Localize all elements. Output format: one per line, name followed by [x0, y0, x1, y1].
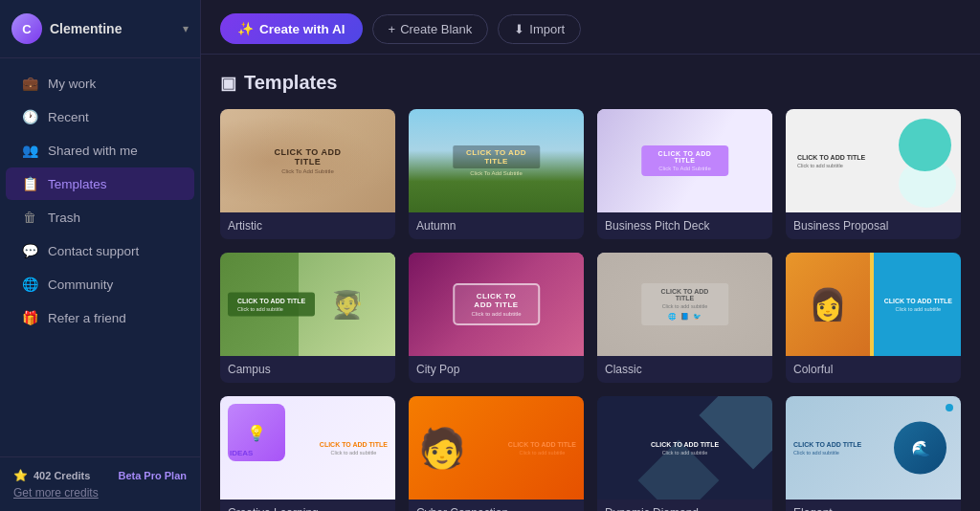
template-thumb-campus: 🧑‍🎓 CLICK TO ADD TITLE Click to add subt… [220, 253, 395, 356]
sidebar-item-community[interactable]: 🌐 Community [6, 268, 194, 300]
template-card-creative-learning[interactable]: 💡 IDEAS CLICK TO ADD TITLE Click to add … [220, 396, 395, 511]
sidebar-item-label: My work [48, 77, 96, 91]
ideas-text: IDEAS [230, 449, 253, 457]
creative-title-box: CLICK TO ADD TITLE Click to add subtitle [320, 441, 388, 455]
template-thumb-autumn: CLICK TO ADD TITLE Click to add subtitle [409, 109, 584, 212]
dynamic-title-box: CLICK TO ADD TITLE Click to add subtitle [651, 441, 719, 455]
template-title-text: CLICK TO ADD TITLE [320, 441, 388, 448]
classic-title-box: CLICK TO ADD TITLE Click to add subtitle… [641, 283, 729, 325]
template-subtitle-text: Click to add subtitle [470, 311, 523, 317]
template-thumb-cyber-connection: 🧑 CLICK TO ADD TITLE Click to add subtit… [409, 396, 584, 500]
template-thumb-colorful: 👩 CLICK TO ADD TITLE Click to add subtit… [786, 253, 961, 356]
template-card-classic[interactable]: CLICK TO ADD TITLE Click to add subtitle… [597, 253, 772, 383]
template-card-artistic[interactable]: CLICK TO ADD TITLE Click to add subtitle… [220, 109, 395, 239]
import-button[interactable]: ⬇ Import [498, 14, 581, 44]
campus-title-box: CLICK TO ADD TITLE Click to add subtitle [228, 293, 315, 317]
sidebar-item-my-work[interactable]: 💼 My work [6, 67, 194, 100]
template-label: Business Proposal [786, 212, 961, 239]
template-thumb-city-pop: CLICK TO ADD TITLE Click to add subtitle [409, 253, 584, 356]
main-content: ✨ Create with AI + Create Blank ⬇ Import… [201, 0, 980, 511]
template-subtitle-text: Click to add subtitle [653, 303, 718, 309]
title-pill: CLICK TO ADD TITLE Click to add subtitle [641, 145, 729, 176]
template-title-text: CLICK TO ADD TITLE [453, 145, 541, 168]
template-thumb-classic: CLICK TO ADD TITLE Click to add subtitle… [597, 253, 772, 356]
username-label: Clementine [50, 21, 122, 36]
template-label: Cyber Connection [409, 500, 584, 511]
template-thumb-business-proposal: CLICK TO ADD TITLE Click to add subtitle [786, 109, 961, 212]
create-with-ai-button[interactable]: ✨ Create with AI [220, 13, 363, 44]
template-thumb-dynamic-diamond: CLICK TO ADD TITLE Click to add subtitle [597, 396, 772, 500]
clock-icon: 🕐 [21, 109, 38, 124]
templates-grid: CLICK TO ADD TITLE Click to add subtitle… [220, 109, 961, 511]
template-label: Classic [597, 356, 772, 383]
credits-row: ⭐ 402 Credits Beta Pro Plan [13, 469, 187, 482]
sidebar-item-shared[interactable]: 👥 Shared with me [6, 134, 194, 167]
sidebar-item-refer[interactable]: 🎁 Refer a friend [6, 301, 194, 334]
credits-amount: 402 Credits [33, 470, 90, 481]
template-title-text: CLICK TO ADD TITLE [653, 288, 718, 301]
template-label: Dynamic Diamond [597, 500, 772, 511]
template-card-business-pitch[interactable]: CLICK TO ADD TITLE Click to add subtitle… [597, 109, 772, 239]
create-blank-label: Create Blank [400, 22, 472, 36]
create-blank-button[interactable]: + Create Blank [372, 14, 489, 44]
diamond-shape-1 [699, 396, 772, 470]
template-label: Autumn [409, 212, 584, 239]
template-title-text: CLICK TO ADD TITLE [797, 154, 865, 161]
teal-circle [899, 119, 951, 171]
people-icon: 👥 [21, 143, 38, 158]
star-icon: ⭐ [13, 469, 28, 482]
template-subtitle-text: Click to add subtitle [793, 450, 861, 455]
template-subtitle-text: Click to add subtitle [453, 170, 541, 176]
briefcase-icon: 💼 [21, 76, 38, 91]
template-title-text: CLICK TO ADD TITLE [651, 441, 719, 448]
template-title-text: CLICK TO ADD TITLE [237, 298, 305, 304]
gift-icon: 🎁 [21, 310, 38, 325]
template-label: City Pop [409, 356, 584, 383]
template-card-campus[interactable]: 🧑‍🎓 CLICK TO ADD TITLE Click to add subt… [220, 253, 395, 383]
sidebar-item-label: Community [48, 278, 113, 292]
get-more-credits-link[interactable]: Get more credits [13, 486, 99, 500]
avatar: C [11, 13, 42, 44]
template-card-cyber-connection[interactable]: 🧑 CLICK TO ADD TITLE Click to add subtit… [409, 396, 584, 511]
template-card-autumn[interactable]: CLICK TO ADD TITLE Click to add subtitle… [409, 109, 584, 239]
template-title-overlay: CLICK TO ADD TITLE Click to add subtitle [453, 145, 541, 176]
template-card-city-pop[interactable]: CLICK TO ADD TITLE Click to add subtitle… [409, 253, 584, 383]
template-title-text: CLICK TO ADD TITLE [470, 292, 523, 309]
section-title-text: Templates [244, 72, 337, 94]
beta-pro-button[interactable]: Beta Pro Plan [118, 470, 187, 481]
city-pop-title-box: CLICK TO ADD TITLE Click to add subtitle [453, 283, 541, 325]
template-title-text: CLICK TO ADD TITLE [508, 441, 576, 448]
template-title-overlay: CLICK TO ADD TITLE Click to add subtitle [641, 145, 729, 176]
template-subtitle-text: Click to add subtitle [653, 166, 718, 171]
plus-icon: + [389, 22, 396, 36]
chevron-down-icon[interactable]: ▾ [183, 22, 189, 35]
sidebar-item-recent[interactable]: 🕐 Recent [6, 100, 194, 133]
template-title-overlay: CLICK TO ADD TITLE Click to add subtitle [264, 147, 352, 174]
sidebar: C Clementine ▾ 💼 My work 🕐 Recent 👥 Shar… [0, 0, 201, 511]
template-subtitle-text: Click to add subtitle [797, 163, 865, 168]
elegant-dot [946, 404, 953, 411]
template-card-colorful[interactable]: 👩 CLICK TO ADD TITLE Click to add subtit… [786, 253, 961, 383]
template-card-dynamic-diamond[interactable]: CLICK TO ADD TITLE Click to add subtitle… [597, 396, 772, 511]
sidebar-item-label: Refer a friend [48, 311, 126, 325]
template-card-elegant[interactable]: 🌊 CLICK TO ADD TITLE Click to add subtit… [786, 396, 961, 511]
cyber-title-box: CLICK TO ADD TITLE Click to add subtitle [508, 441, 576, 455]
globe-icon: 🌐 [21, 277, 38, 292]
sidebar-item-label: Recent [48, 110, 89, 124]
sidebar-item-templates[interactable]: 📋 Templates [6, 167, 194, 200]
sidebar-header: C Clementine ▾ [0, 0, 200, 58]
template-subtitle-text: Click to add subtitle [320, 450, 388, 455]
sidebar-item-label: Shared with me [48, 144, 138, 158]
sidebar-item-trash[interactable]: 🗑 Trash [6, 201, 194, 233]
template-label: Creative Learning [220, 500, 395, 511]
sidebar-item-contact-support[interactable]: 💬 Contact support [6, 234, 194, 267]
sparkle-icon: ✨ [237, 21, 254, 36]
sidebar-user[interactable]: C Clementine [11, 13, 122, 44]
template-thumb-elegant: 🌊 CLICK TO ADD TITLE Click to add subtit… [786, 396, 961, 500]
sidebar-footer: ⭐ 402 Credits Beta Pro Plan Get more cre… [0, 456, 200, 511]
template-label: Elegant [786, 500, 961, 511]
layout-icon: ▣ [220, 73, 236, 94]
section-title: ▣ Templates [220, 72, 961, 94]
template-label: Business Pitch Deck [597, 212, 772, 239]
template-card-business-proposal[interactable]: CLICK TO ADD TITLE Click to add subtitle… [786, 109, 961, 239]
